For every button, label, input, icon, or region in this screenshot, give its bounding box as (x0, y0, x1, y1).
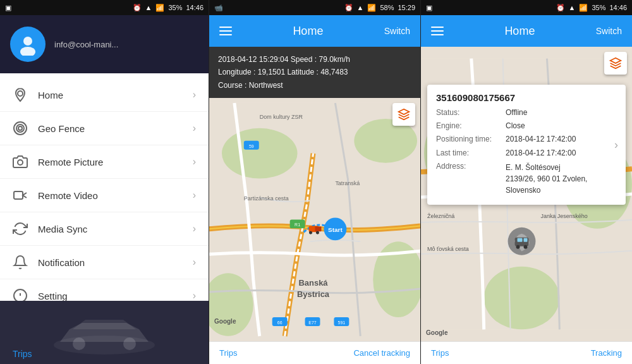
panel-footer-middle: Trips Cancel tracking (209, 341, 420, 364)
google-logo-middle: Google (214, 318, 236, 325)
svg-rect-54 (524, 238, 528, 242)
last-time-label: Last time: (436, 147, 506, 159)
alarm-icon-r: ⏰ (556, 4, 565, 12)
positioning-row: Positioning time: 2018-04-12 17:42:00 (436, 133, 617, 145)
sidebar-label-remote-picture: Remote Picture (38, 157, 103, 167)
last-time-row: Last time: 2018-04-12 17:42:00 (436, 147, 617, 159)
chevron-right-icon-5: › (193, 223, 196, 234)
chevron-right-icon-6: › (193, 257, 196, 268)
hamburger-menu-button-right[interactable] (431, 27, 444, 35)
chevron-right-icon-7: › (193, 290, 196, 301)
svg-text:Start: Start (328, 227, 343, 234)
switch-button-right[interactable]: Switch (596, 26, 622, 36)
svg-text:Dom kultury ZSR: Dom kultury ZSR (260, 114, 303, 120)
trips-link-right[interactable]: Trips (431, 348, 449, 358)
svg-rect-53 (518, 238, 523, 242)
wifi-icon-r: ▲ (569, 4, 576, 11)
google-logo-right: Google (426, 329, 447, 336)
sidebar-item-media-sync[interactable]: Media Sync › (0, 212, 209, 246)
trips-link-left[interactable]: Trips (13, 349, 32, 359)
battery-level-r: 35% (592, 4, 605, 11)
user-avatar-svg (16, 33, 39, 56)
svg-point-3 (18, 126, 22, 130)
sidebar-label-remote-video: Remote Video (38, 190, 98, 201)
address-row: Address: E. M. Šoltésovej2139/26, 960 01… (436, 161, 617, 196)
header-title-right: Home (504, 25, 535, 38)
location-icon (13, 87, 28, 102)
popup-detail-arrow[interactable]: › (614, 135, 618, 154)
sidebar-item-geo-fence[interactable]: Geo Fence › (0, 112, 209, 145)
avatar (10, 27, 46, 62)
map-area-middle[interactable]: R1 E77 66 591 59 Banská Bystrica Dom kul… (209, 98, 420, 341)
status-value: Offline (506, 107, 527, 119)
svg-text:Banská: Banská (298, 278, 328, 288)
layer-toggle-button[interactable] (392, 103, 415, 126)
layer-toggle-button-right[interactable] (604, 52, 627, 75)
status-label: Status: (436, 107, 506, 119)
svg-text:Mô ťovská cesta: Mô ťovská cesta (427, 246, 469, 252)
map-area-right[interactable]: 5. mája Tatranská Železničná Janka Jesen… (421, 47, 632, 341)
layers-icon (398, 108, 410, 121)
chevron-right-icon: › (193, 89, 196, 100)
engine-label: Engine: (436, 120, 506, 132)
user-email: info@cool-mani... (54, 40, 118, 49)
app-header-right: Home Switch (421, 15, 632, 47)
tracking-button[interactable]: Tracking (591, 348, 622, 358)
address-label: Address: (436, 161, 506, 173)
svg-point-11 (123, 337, 136, 350)
trips-link-middle[interactable]: Trips (219, 348, 237, 358)
chevron-right-icon-3: › (193, 156, 196, 167)
status-bar-right-panel: ▣ ⏰ ▲ 📶 35% 14:46 (421, 0, 632, 15)
svg-point-13 (222, 128, 298, 179)
chevron-right-icon-2: › (193, 123, 196, 134)
sidebar-item-remote-video[interactable]: Remote Video › (0, 179, 209, 212)
panel-right: ▣ ⏰ ▲ 📶 35% 14:46 Home Switch (420, 0, 632, 364)
info-line-2: Longitude : 19,1501 Latitude : 48,7483 (218, 66, 411, 78)
map-svg-middle: R1 E77 66 591 59 Banská Bystrica Dom kul… (209, 98, 420, 341)
address-value: E. M. Šoltésovej2139/26, 960 01 Zvolen, … (506, 162, 617, 196)
engine-row: Engine: Close (436, 120, 617, 132)
svg-text:Partizánska cesta: Partizánska cesta (244, 196, 289, 202)
sidebar-item-remote-picture[interactable]: Remote Picture › (0, 145, 209, 179)
battery-level: 35% (168, 4, 182, 11)
svg-text:59: 59 (249, 144, 254, 149)
hamburger-menu-button[interactable] (219, 27, 232, 35)
sidebar-label-geo-fence: Geo Fence (38, 123, 85, 134)
last-time-value: 2018-04-12 17:42:00 (506, 147, 576, 159)
svg-point-51 (516, 245, 520, 249)
clock-m: 15:29 (398, 4, 415, 11)
sidebar-label-setting: Setting (38, 291, 68, 301)
switch-button-middle[interactable]: Switch (384, 26, 410, 36)
svg-text:Železničná: Železničná (427, 213, 454, 219)
panel-middle: 📹 ⏰ ▲ 📶 58% 15:29 Home Switch 2018-04-12… (209, 0, 420, 364)
app-header-middle: Home Switch (209, 15, 420, 47)
signal-icon: 📶 (155, 4, 164, 12)
svg-point-4 (18, 160, 23, 165)
layers-icon-right (609, 57, 622, 70)
car-silhouette (41, 307, 167, 358)
panel-footer-right: Trips Tracking (421, 341, 632, 364)
cancel-tracking-button[interactable]: Cancel tracking (353, 348, 410, 358)
svg-rect-35 (315, 227, 321, 232)
svg-point-36 (309, 231, 312, 234)
signal-icon-m: 📶 (367, 4, 376, 12)
svg-point-2 (18, 91, 23, 96)
video-icon (13, 188, 28, 203)
device-info-popup: 351609080175667 Status: Offline › Engine… (427, 85, 626, 205)
screen-icon: ▣ (5, 4, 11, 12)
panel-left: ▣ ⏰ ▲ 📶 35% 14:46 info@cool-mani... Hom (0, 0, 209, 364)
sidebar-item-home[interactable]: Home › (0, 78, 209, 112)
sidebar-label-media-sync: Media Sync (38, 224, 87, 234)
sidebar-item-notification[interactable]: Notification › (0, 246, 209, 279)
chevron-right-icon-4: › (193, 190, 196, 201)
svg-point-10 (73, 337, 85, 350)
svg-marker-55 (611, 58, 621, 63)
svg-point-0 (23, 37, 32, 46)
sync-icon (13, 221, 28, 236)
status-bar-middle-panel: 📹 ⏰ ▲ 📶 58% 15:29 (209, 0, 420, 15)
positioning-label: Positioning time: (436, 133, 506, 145)
clock: 14:46 (186, 4, 204, 11)
svg-point-42 (484, 267, 560, 330)
engine-value: Close (506, 120, 525, 132)
alarm-icon: ⏰ (133, 4, 142, 12)
